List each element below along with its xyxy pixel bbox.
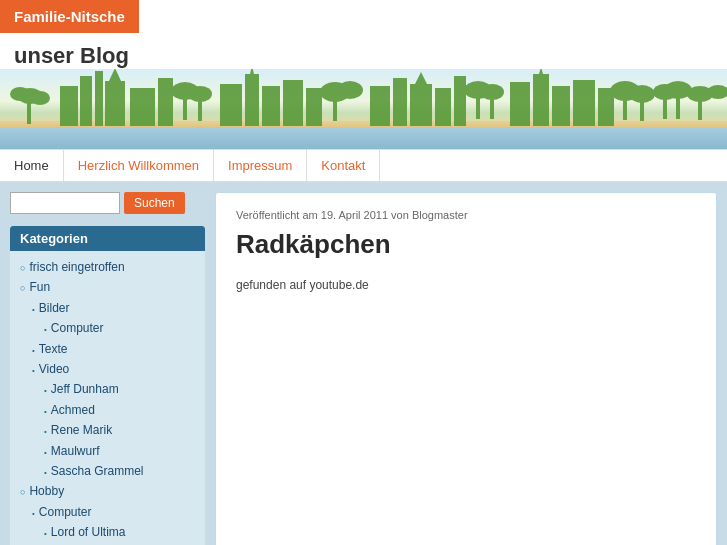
bullet-icon: • <box>44 323 47 337</box>
bullet-icon: • <box>44 425 47 439</box>
nav-item-herzlich-willkommen[interactable]: Herzlich Willkommen <box>64 150 214 181</box>
nav-item-home[interactable]: Home <box>0 150 64 181</box>
svg-rect-46 <box>663 91 667 119</box>
nav-item-kontakt[interactable]: Kontakt <box>307 150 380 181</box>
site-title: Familie-Nitsche <box>14 8 125 25</box>
category-item[interactable]: •Video <box>16 359 199 379</box>
svg-rect-35 <box>533 74 549 126</box>
site-title-bar: Familie-Nitsche <box>0 0 139 33</box>
categories-box: Kategorien ○frisch eingetroffen○Fun•Bild… <box>10 226 205 545</box>
post-body: gefunden auf youtube.de <box>236 276 696 294</box>
svg-rect-49 <box>698 93 702 120</box>
bullet-icon: • <box>44 466 47 480</box>
post-title: Radkäpchen <box>236 229 696 260</box>
category-label[interactable]: frisch eingetroffen <box>29 257 124 277</box>
category-item[interactable]: •Maulwurf <box>16 441 199 461</box>
post-content: Veröffentlicht am 19. April 2011 von Blo… <box>215 192 717 545</box>
svg-rect-42 <box>623 90 627 120</box>
svg-marker-8 <box>109 69 121 81</box>
svg-rect-16 <box>245 74 259 126</box>
svg-rect-6 <box>95 71 103 126</box>
search-input[interactable] <box>10 192 120 214</box>
category-item[interactable]: •Rene Marik <box>16 420 199 440</box>
category-label[interactable]: Texte <box>39 339 68 359</box>
svg-marker-27 <box>415 72 427 84</box>
search-box: Suchen <box>10 192 205 214</box>
category-item[interactable]: •Texte <box>16 339 199 359</box>
categories-list: ○frisch eingetroffen○Fun•Bilder•Computer… <box>10 251 205 545</box>
bullet-icon: ○ <box>20 485 25 500</box>
bullet-icon: • <box>44 405 47 419</box>
bullet-icon: ○ <box>20 261 25 276</box>
bullet-icon: • <box>44 527 47 541</box>
bullet-icon: • <box>32 364 35 378</box>
nav-item-impressum[interactable]: Impressum <box>214 150 307 181</box>
svg-rect-34 <box>510 82 530 126</box>
bullet-icon: • <box>44 384 47 398</box>
svg-rect-28 <box>435 88 451 126</box>
category-label[interactable]: Bilder <box>39 298 70 318</box>
svg-rect-7 <box>105 81 125 126</box>
category-item[interactable]: •Sascha Grammel <box>16 461 199 481</box>
category-label[interactable]: Video <box>39 359 69 379</box>
category-item[interactable]: •Lord of Ultima <box>16 522 199 542</box>
site-header: Familie-Nitsche unser Blog <box>0 0 727 149</box>
svg-point-2 <box>30 91 50 105</box>
svg-rect-13 <box>183 90 187 120</box>
category-item[interactable]: ○Hobby <box>16 481 199 501</box>
svg-rect-38 <box>573 80 595 126</box>
skyline-image <box>0 69 727 149</box>
svg-rect-18 <box>262 86 280 126</box>
category-label[interactable]: Achmed <box>51 400 95 420</box>
search-button[interactable]: Suchen <box>124 192 185 214</box>
categories-title: Kategorien <box>10 226 205 251</box>
main-nav: HomeHerzlich WillkommenImpressumKontakt <box>0 149 727 182</box>
category-item[interactable]: •Achmed <box>16 400 199 420</box>
bullet-icon: ○ <box>20 281 25 296</box>
category-item[interactable]: •Jeff Dunham <box>16 379 199 399</box>
category-label[interactable]: Rene Marik <box>51 420 112 440</box>
category-label[interactable]: Computer <box>39 502 92 522</box>
category-item[interactable]: •Computer <box>16 502 199 522</box>
sidebar: Suchen Kategorien ○frisch eingetroffen○F… <box>10 192 205 545</box>
svg-marker-36 <box>539 69 543 74</box>
category-label[interactable]: Fun <box>29 277 50 297</box>
bullet-icon: • <box>44 446 47 460</box>
category-label[interactable]: Maulwurf <box>51 441 100 461</box>
svg-rect-20 <box>306 88 322 126</box>
svg-rect-37 <box>552 86 570 126</box>
svg-point-22 <box>337 81 363 99</box>
svg-rect-5 <box>80 76 92 126</box>
svg-rect-29 <box>454 76 466 126</box>
svg-rect-23 <box>333 91 337 121</box>
category-item[interactable]: •Bilder <box>16 298 199 318</box>
category-item[interactable]: ○Fun <box>16 277 199 297</box>
svg-rect-15 <box>220 84 242 126</box>
category-label[interactable]: Lord of Ultima <box>51 522 126 542</box>
category-item[interactable]: ○frisch eingetroffen <box>16 257 199 277</box>
bullet-icon: • <box>32 344 35 358</box>
bullet-icon: • <box>32 303 35 317</box>
svg-rect-47 <box>676 89 680 119</box>
svg-rect-3 <box>27 94 31 124</box>
category-label[interactable]: Jeff Dunham <box>51 379 119 399</box>
main-layout: Suchen Kategorien ○frisch eingetroffen○F… <box>0 182 727 545</box>
blog-title: unser Blog <box>0 33 727 69</box>
svg-rect-19 <box>283 80 303 126</box>
svg-rect-43 <box>640 93 644 121</box>
svg-rect-32 <box>476 89 480 119</box>
category-label[interactable]: Sascha Grammel <box>51 461 144 481</box>
bullet-icon: • <box>32 507 35 521</box>
svg-marker-17 <box>250 69 254 74</box>
svg-rect-10 <box>158 78 173 126</box>
category-item[interactable]: •Computer <box>16 318 199 338</box>
category-label[interactable]: Computer <box>51 318 104 338</box>
svg-rect-4 <box>60 86 78 126</box>
post-meta: Veröffentlicht am 19. April 2011 von Blo… <box>236 209 696 221</box>
svg-rect-33 <box>490 91 494 119</box>
category-label[interactable]: Hobby <box>29 481 64 501</box>
svg-rect-24 <box>370 86 390 126</box>
svg-rect-9 <box>130 88 155 126</box>
svg-rect-14 <box>198 93 202 121</box>
svg-rect-26 <box>410 84 432 126</box>
